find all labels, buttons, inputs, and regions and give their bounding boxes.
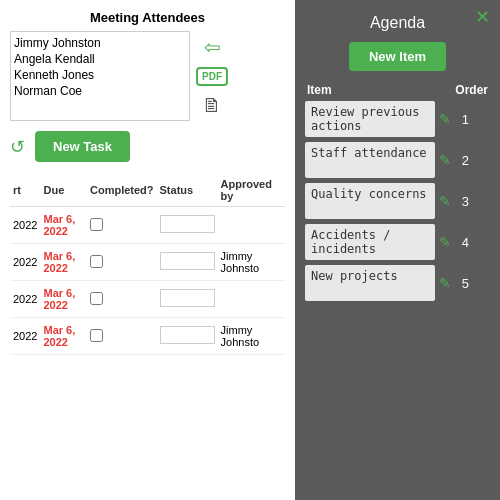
agenda-order-number: 1 xyxy=(455,112,469,127)
agenda-order-number: 5 xyxy=(455,276,469,291)
attendees-list[interactable]: Jimmy JohnstonAngela KendallKenneth Jone… xyxy=(10,31,190,121)
cell-status xyxy=(157,244,218,281)
cell-due: Mar 6, 2022 xyxy=(40,318,86,355)
cell-rt: 2022 xyxy=(10,207,40,244)
icon-group: ⇦ PDF 🗎 xyxy=(196,31,228,117)
new-item-button[interactable]: New Item xyxy=(349,42,446,71)
agenda-col-order-label: Order xyxy=(455,83,488,97)
col-due: Due xyxy=(40,174,86,207)
table-row: 2022 Mar 6, 2022 Jimmy Johnsto xyxy=(10,244,285,281)
cell-due: Mar 6, 2022 xyxy=(40,244,86,281)
cell-approved xyxy=(218,281,285,318)
table-row: 2022 Mar 6, 2022 xyxy=(10,207,285,244)
agenda-item-row: Accidents / incidents ✎ 4 xyxy=(305,224,490,260)
table-row: 2022 Mar 6, 2022 xyxy=(10,281,285,318)
agenda-col-item-label: Item xyxy=(307,83,332,97)
agenda-order-number: 2 xyxy=(455,153,469,168)
cell-completed[interactable] xyxy=(87,318,157,355)
col-rt: rt xyxy=(10,174,40,207)
left-panel: Meeting Attendees Jimmy JohnstonAngela K… xyxy=(0,0,295,500)
task-table: rt Due Completed? Status Approved by 202… xyxy=(10,174,285,355)
agenda-order-number: 3 xyxy=(455,194,469,209)
cell-rt: 2022 xyxy=(10,318,40,355)
edit-icon[interactable]: ✎ xyxy=(439,152,451,168)
agenda-item-text[interactable]: Staff attendance xyxy=(305,142,435,178)
agenda-panel: ✕ Agenda New Item Item Order Review prev… xyxy=(295,0,500,500)
back-arrow-icon[interactable]: ⇦ xyxy=(204,35,221,59)
agenda-item-row: Quality concerns ✎ 3 xyxy=(305,183,490,219)
agenda-item-text[interactable]: Accidents / incidents xyxy=(305,224,435,260)
cell-status xyxy=(157,318,218,355)
attendees-row: Jimmy JohnstonAngela KendallKenneth Jone… xyxy=(10,31,285,121)
agenda-item-text[interactable]: Quality concerns xyxy=(305,183,435,219)
agenda-item-text[interactable]: New projects xyxy=(305,265,435,301)
col-completed: Completed? xyxy=(87,174,157,207)
attendee-item[interactable]: Jimmy Johnston xyxy=(14,35,186,51)
pdf-icon[interactable]: PDF xyxy=(196,67,228,86)
cell-status xyxy=(157,207,218,244)
agenda-items-list: Review previous actions ✎ 1 Staff attend… xyxy=(305,101,490,301)
cell-completed[interactable] xyxy=(87,281,157,318)
agenda-item-text[interactable]: Review previous actions xyxy=(305,101,435,137)
doc-icon[interactable]: 🗎 xyxy=(202,94,222,117)
agenda-item-row: Review previous actions ✎ 1 xyxy=(305,101,490,137)
close-button[interactable]: ✕ xyxy=(475,6,490,28)
cell-approved: Jimmy Johnsto xyxy=(218,318,285,355)
agenda-item-row: New projects ✎ 5 xyxy=(305,265,490,301)
edit-icon[interactable]: ✎ xyxy=(439,111,451,127)
task-row: ↺ New Task xyxy=(10,131,285,162)
cell-due: Mar 6, 2022 xyxy=(40,207,86,244)
refresh-icon[interactable]: ↺ xyxy=(10,136,25,158)
edit-icon[interactable]: ✎ xyxy=(439,193,451,209)
cell-due: Mar 6, 2022 xyxy=(40,281,86,318)
cell-completed[interactable] xyxy=(87,244,157,281)
cell-approved: Jimmy Johnsto xyxy=(218,244,285,281)
agenda-order-number: 4 xyxy=(455,235,469,250)
col-status: Status xyxy=(157,174,218,207)
edit-icon[interactable]: ✎ xyxy=(439,275,451,291)
agenda-item-row: Staff attendance ✎ 2 xyxy=(305,142,490,178)
cell-status xyxy=(157,281,218,318)
new-task-button[interactable]: New Task xyxy=(35,131,130,162)
table-row: 2022 Mar 6, 2022 Jimmy Johnsto xyxy=(10,318,285,355)
agenda-header: Item Order xyxy=(305,83,490,97)
attendee-item[interactable]: Kenneth Jones xyxy=(14,67,186,83)
cell-rt: 2022 xyxy=(10,281,40,318)
attendee-item[interactable]: Norman Coe xyxy=(14,83,186,99)
cell-completed[interactable] xyxy=(87,207,157,244)
edit-icon[interactable]: ✎ xyxy=(439,234,451,250)
attendee-item[interactable]: Angela Kendall xyxy=(14,51,186,67)
attendees-title: Meeting Attendees xyxy=(10,10,285,25)
cell-approved xyxy=(218,207,285,244)
col-approved: Approved by xyxy=(218,174,285,207)
agenda-title: Agenda xyxy=(305,14,490,32)
cell-rt: 2022 xyxy=(10,244,40,281)
